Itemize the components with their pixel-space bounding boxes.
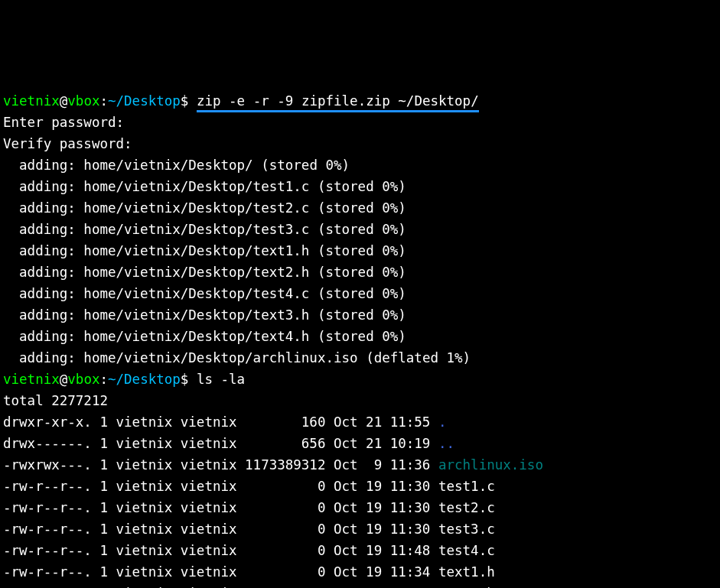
ls-filename: test1.c [438,479,495,494]
adding-prefix: adding: [3,158,83,173]
adding-path: home/vietnix/Desktop/text3.h [83,307,309,323]
ls-meta: drwx------. 1 vietnix vietnix 656 Oct 21… [3,436,438,451]
ls-filename: test3.c [438,521,495,537]
adding-path: home/vietnix/Desktop/text1.h [83,243,309,258]
ls-filename: test4.c [438,543,495,558]
command-zip: zip -e -r -9 zipfile.zip ~/Desktop/ [197,93,479,112]
adding-suffix: (stored 0%) [309,200,406,216]
ls-meta: -rw-r--r--. 1 vietnix vietnix 0 Oct 19 1… [3,521,438,537]
prompt-host: vbox [67,372,99,387]
verify-password-prompt: Verify password: [3,136,140,151]
adding-suffix: (stored 0%) [309,286,406,301]
adding-path: home/vietnix/Desktop/test4.c [83,286,309,301]
adding-suffix: (stored 0%) [309,243,406,258]
adding-suffix: (stored 0%) [253,158,350,173]
adding-suffix: (stored 0%) [309,265,406,280]
ls-meta: -rw-r--r--. 1 vietnix vietnix 0 Oct 19 1… [3,500,438,515]
prompt-host: vbox [67,93,99,109]
ls-meta: -rw-r--r--. 1 vietnix vietnix 0 Oct 19 1… [3,479,438,494]
adding-path: home/vietnix/Desktop/text4.h [83,329,309,344]
adding-prefix: adding: [3,179,83,194]
adding-prefix: adding: [3,200,83,216]
adding-prefix: adding: [3,222,83,237]
ls-total: total 2277212 [3,393,108,408]
adding-prefix: adding: [3,307,83,323]
adding-suffix: (stored 0%) [309,329,406,344]
ls-filename: . [438,414,447,430]
adding-prefix: adding: [3,286,83,301]
ls-filename: test2.c [438,500,495,515]
adding-path: home/vietnix/Desktop/ [83,158,252,173]
ls-meta: drwxr-xr-x. 1 vietnix vietnix 160 Oct 21… [3,414,438,430]
adding-suffix: (stored 0%) [309,179,406,194]
adding-suffix: (stored 0%) [309,222,406,237]
prompt-path: ~/Desktop [108,93,181,109]
adding-prefix: adding: [3,350,83,365]
prompt-user: vietnix [3,93,60,109]
adding-path: home/vietnix/Desktop/archlinux.iso [83,350,357,365]
ls-meta: -rw-r--r--. 1 vietnix vietnix 0 Oct 19 1… [3,564,438,580]
prompt-user: vietnix [3,372,60,387]
adding-prefix: adding: [3,329,83,344]
adding-prefix: adding: [3,243,83,258]
terminal-output[interactable]: vietnix@vbox:~/Desktop$ zip -e -r -9 zip… [3,90,717,588]
ls-filename: text1.h [438,564,495,580]
adding-path: home/vietnix/Desktop/test1.c [83,179,309,194]
ls-meta: -rw-r--r--. 1 vietnix vietnix 0 Oct 19 1… [3,543,438,558]
adding-path: home/vietnix/Desktop/text2.h [83,265,309,280]
enter-password-prompt: Enter password: [3,115,132,130]
adding-suffix: (deflated 1%) [358,350,471,365]
adding-suffix: (stored 0%) [309,307,406,323]
adding-path: home/vietnix/Desktop/test3.c [83,222,309,237]
adding-prefix: adding: [3,265,83,280]
adding-path: home/vietnix/Desktop/test2.c [83,200,309,216]
command-ls: ls -la [197,372,245,387]
prompt-path: ~/Desktop [108,372,181,387]
ls-filename: archlinux.iso [438,457,543,473]
ls-filename: .. [438,436,454,451]
ls-meta: -rwxrwx---. 1 vietnix vietnix 1173389312… [3,457,438,473]
